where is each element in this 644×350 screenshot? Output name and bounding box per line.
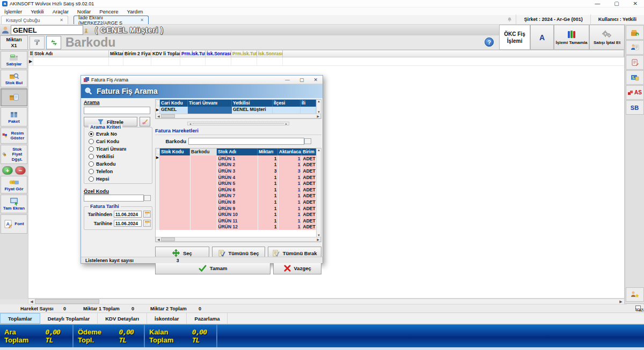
menu-islemler[interactable]: İşlemler xyxy=(4,9,22,14)
dialog-close-button[interactable]: ✕ xyxy=(313,77,318,83)
image-card-button[interactable] xyxy=(626,70,644,85)
arama-input[interactable] xyxy=(84,107,150,114)
customer-code-field[interactable]: GENEL xyxy=(11,25,83,35)
customers-grid[interactable]: ⠿ Cari Kodu Ticari Ünvanı Yetkilisi İlçe… xyxy=(155,99,321,119)
cell-ticari-unvani-selected[interactable] xyxy=(188,107,232,114)
product-row[interactable]: ÜRÜN 1211ADET xyxy=(160,224,316,230)
radio-cari-kodu[interactable]: Cari Kodu xyxy=(89,139,119,144)
cash-box-button[interactable]: $ xyxy=(626,25,644,40)
col-miktari[interactable]: Miktarı xyxy=(109,50,123,57)
stamp-icon[interactable] xyxy=(83,27,92,33)
vazgec-button[interactable]: Vazgeç xyxy=(273,262,321,274)
tab-iskontolar[interactable]: İskontolar xyxy=(147,313,187,324)
sb-button[interactable]: SB xyxy=(626,100,644,115)
main-horizontal-scrollbar[interactable]: ◀ ▶ xyxy=(28,299,625,304)
col-prm-isk-tutari-2[interactable]: Prm.İsk.Tutarı xyxy=(231,50,257,57)
bell-icon[interactable] xyxy=(507,17,513,23)
sidebar-item-resim-goster[interactable]: Resim Göster xyxy=(1,128,27,144)
product-row[interactable]: ÜRÜN 911ADET xyxy=(160,205,316,212)
product-row[interactable]: ÜRÜN 1111ADET xyxy=(160,218,316,224)
col-barkodu[interactable]: Barkodu xyxy=(190,148,217,155)
tarihine-calendar-button[interactable] xyxy=(143,220,151,227)
product-row[interactable]: ÜRÜN 711ADET xyxy=(160,193,316,199)
dialog-minimize-button[interactable]: — xyxy=(285,77,290,83)
tab-kdv-detaylari[interactable]: KDV Detayları xyxy=(98,313,147,324)
ozel-kodu-lookup-button[interactable] xyxy=(144,195,151,201)
tab-close-icon[interactable]: ✕ xyxy=(60,18,63,23)
product-row[interactable]: ÜRÜN 333ADET xyxy=(160,168,316,174)
scroll-left-icon[interactable]: ◀ xyxy=(28,300,35,304)
col-stok-adi[interactable]: Stok Adı xyxy=(33,50,109,57)
sidebar-item-iade[interactable] xyxy=(1,88,27,106)
ozel-kodu-input[interactable] xyxy=(84,195,144,202)
tab-toplamlar[interactable]: Toplamlar xyxy=(0,313,40,324)
customer-row-genel[interactable]: ▶ GENEL GENEL Müşteri xyxy=(156,107,316,114)
col-prm-isk-tutari-1[interactable]: Prm.İsk.Tutarı xyxy=(180,50,206,57)
product-row[interactable]: ÜRÜN 811ADET xyxy=(160,199,316,205)
increase-button[interactable]: + xyxy=(2,166,13,175)
customer-star-button[interactable] xyxy=(626,287,644,302)
tab-pazarlama[interactable]: Pazarlama xyxy=(187,313,228,324)
menu-yetkili[interactable]: Yetkili xyxy=(31,9,43,14)
radio-barkodu[interactable]: Barkodu xyxy=(89,161,116,167)
col-isk-sonrasi-tutar-1[interactable]: İsk.Sonrası Tutar xyxy=(206,50,231,57)
customers-hscrollbar[interactable]: ◀▶ xyxy=(156,114,321,118)
customers-vscrollbar[interactable]: ▲▼ xyxy=(316,100,321,114)
clear-filter-button[interactable] xyxy=(140,117,150,126)
radio-ticari-unvani[interactable]: Ticari Ünvanı xyxy=(89,146,126,152)
quantity-multiplier-button[interactable]: Miktarı X1 xyxy=(0,35,28,50)
col-birim2-fiyati[interactable]: Birim 2 Fiyatı xyxy=(123,50,151,57)
product-row[interactable]: ÜRÜN 411ADET xyxy=(160,174,316,181)
islemi-tamamla-button[interactable]: İşlemi Tamamla xyxy=(554,25,589,50)
col-stok-kodu[interactable]: Stok Kodu xyxy=(160,148,190,155)
col-ticari-unvani[interactable]: Ticari Ünvanı xyxy=(188,100,232,107)
tab-close-icon[interactable]: ✕ xyxy=(140,18,144,23)
barcode-scanner-button[interactable] xyxy=(30,36,45,49)
col-isk-sonrasi-tutar-2[interactable]: İsk.Sonrası Tutar xyxy=(257,50,283,57)
col-ili[interactable]: İli xyxy=(301,100,316,107)
product-row[interactable]: ÜRÜN 611ADET xyxy=(160,187,316,193)
cell-yetkilisi[interactable]: GENEL Müşteri xyxy=(232,107,273,114)
customer-note-button[interactable] xyxy=(626,40,644,55)
barcode-input-placeholder[interactable]: Barkodu xyxy=(65,35,115,50)
col-cari-kodu[interactable]: Cari Kodu xyxy=(160,100,188,107)
scroll-right-icon[interactable]: ▶ xyxy=(618,300,624,304)
col-yetkilisi[interactable]: Yetkilisi xyxy=(232,100,273,107)
sidebar-item-font[interactable]: A Font xyxy=(1,214,27,234)
sidebar-item-tam-ekran[interactable]: Tam Ekran xyxy=(1,195,27,213)
cell-cari-kodu[interactable]: GENEL xyxy=(160,107,188,114)
col-miktari[interactable]: Miktarı xyxy=(258,148,278,155)
tarihinden-input[interactable]: 11.06.2024 xyxy=(114,211,142,218)
tamam-button[interactable]: Tamam xyxy=(155,262,270,274)
col-kdvli-toplam[interactable]: KDV li Toplam xyxy=(151,50,180,57)
products-vscrollbar[interactable]: ▲▼ xyxy=(316,148,321,237)
col-birim[interactable]: Birim xyxy=(302,148,316,155)
minimize-button[interactable]: — xyxy=(595,1,600,6)
scrollbar-thumb[interactable] xyxy=(35,299,99,304)
sidebar-item-satislar[interactable]: Satışlar xyxy=(1,51,27,69)
dlg-barkodu-lookup-button[interactable] xyxy=(304,138,311,144)
tarihinden-calendar-button[interactable] xyxy=(143,211,151,218)
menu-notlar[interactable]: Notlar xyxy=(77,9,91,14)
col-ilcesi[interactable]: İlçesi xyxy=(273,100,301,107)
product-row[interactable]: ÜRÜN 511ADET xyxy=(160,180,316,187)
products-grid[interactable]: ⠿ Stok Kodu Barkodu Stok Adı Miktarı Akt… xyxy=(155,148,321,242)
radio-telefon[interactable]: Telefon xyxy=(89,169,113,174)
tarihine-input[interactable]: 11.06.2024 xyxy=(114,220,142,227)
okc-fis-islemi-button[interactable]: ÖKC Fiş İşlemi xyxy=(499,25,530,50)
sidebar-item-stok-fiyat-dgst[interactable]: % Stok Fiyat Dğşt. xyxy=(1,145,27,164)
product-row[interactable]: ÜRÜN 211ADET xyxy=(160,162,316,168)
sidebar-item-fiyat-gor[interactable]: Fiyat Gör xyxy=(1,176,27,193)
dlg-barkodu-input[interactable] xyxy=(188,138,304,145)
col-stok-adi[interactable]: Stok Adı xyxy=(217,148,258,155)
menu-pencere[interactable]: Pencere xyxy=(99,9,118,14)
help-icon[interactable]: ? xyxy=(485,38,494,47)
tab-kisayol-cubugu[interactable]: Kısayol Çubuğu ✕ xyxy=(1,16,68,24)
splitter-bar[interactable]: ◂ ▸ xyxy=(187,122,289,125)
radio-yetkilisi[interactable]: Yetkilisi xyxy=(89,154,114,159)
yazarkasa-checkbox-row[interactable]: Yazarkasaya Gönder xyxy=(635,306,641,311)
order-note-button[interactable] xyxy=(626,55,644,70)
decrease-button[interactable]: − xyxy=(15,166,26,175)
tab-detayli-toplamlar[interactable]: Detaylı Toplamlar xyxy=(40,313,98,324)
menu-araclar[interactable]: Araçlar xyxy=(53,9,69,14)
